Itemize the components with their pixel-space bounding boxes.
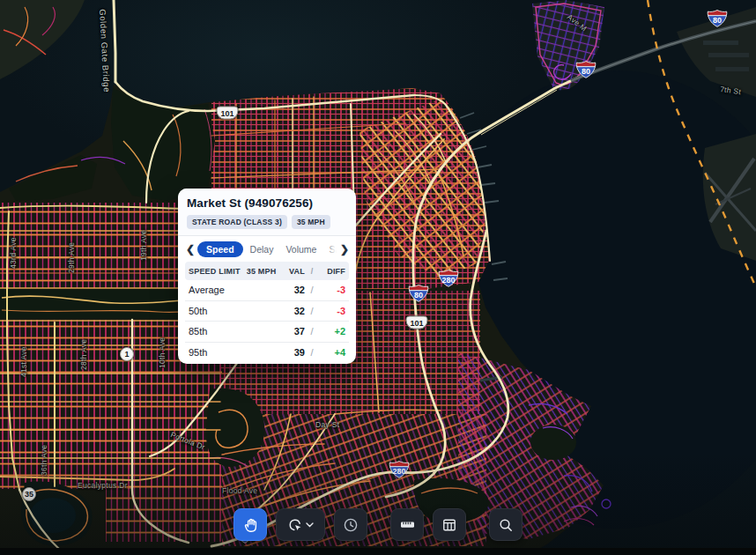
header-limit-value: 35 MPH — [247, 267, 277, 276]
highway-shield-state: 35 — [22, 487, 36, 501]
measure-tool-button[interactable] — [390, 508, 424, 541]
speed-table: SPEED LIMIT 35 MPH VAL / DIFF Average 32… — [178, 262, 356, 363]
time-tool-button[interactable] — [334, 508, 367, 541]
ruler-icon — [399, 516, 416, 533]
header-sep: / — [305, 267, 319, 276]
clock-icon — [343, 517, 359, 533]
popup-tabs: ❮ Speed Delay Volume Safety ❯ — [178, 236, 356, 262]
highway-shield-state: 1 — [120, 347, 134, 361]
table-row: 50th 32 / -3 — [185, 301, 349, 322]
highway-shield-us: 101 — [217, 107, 239, 120]
highway-shield-interstate: 80 — [707, 10, 728, 27]
chevron-down-icon — [306, 522, 314, 528]
select-cursor-icon — [287, 517, 303, 533]
pan-tool-button[interactable] — [233, 508, 267, 541]
table-header: SPEED LIMIT 35 MPH VAL / DIFF — [185, 262, 349, 280]
tabs-prev-button[interactable]: ❮ — [183, 243, 197, 255]
segment-popup: Market St (949076256) STATE ROAD (CLASS … — [178, 189, 356, 364]
highway-shield-interstate: 280 — [438, 270, 459, 287]
highway-shield-interstate: 80 — [408, 285, 429, 302]
table-row: 85th 37 / +2 — [185, 322, 349, 343]
road-class-badge: STATE ROAD (CLASS 3) — [187, 215, 287, 229]
tabs-scroll: Speed Delay Volume Safety — [197, 241, 351, 257]
table-row: Average 32 / -3 — [185, 280, 349, 301]
tab-volume[interactable]: Volume — [280, 241, 322, 257]
header-speed-limit: SPEED LIMIT — [189, 267, 241, 276]
table-icon — [441, 517, 457, 533]
speed-limit-badge: 35 MPH — [292, 215, 330, 229]
highway-shield-interstate: 280 — [389, 461, 410, 478]
popup-title: Market St (949076256) — [187, 196, 347, 210]
tabs-next-button[interactable]: ❯ — [337, 241, 352, 257]
header-val: VAL — [280, 267, 305, 276]
highway-shield-interstate: 80 — [575, 61, 597, 78]
table-view-button[interactable] — [433, 508, 466, 541]
map-viewport: Golden Gate Bridge Ave M 7th St 43rd Ave… — [0, 0, 756, 555]
map-canvas[interactable] — [0, 0, 756, 555]
map-toolbar — [233, 508, 523, 541]
search-icon — [498, 517, 514, 533]
select-tool-button[interactable] — [276, 508, 325, 541]
hand-icon — [242, 516, 259, 533]
popup-header: Market St (949076256) STATE ROAD (CLASS … — [178, 189, 356, 235]
tab-speed[interactable]: Speed — [197, 241, 243, 257]
search-button[interactable] — [489, 508, 523, 541]
highway-shield-us: 101 — [406, 316, 428, 329]
popup-badges: STATE ROAD (CLASS 3) 35 MPH — [187, 215, 347, 229]
header-diff: DIFF — [319, 267, 345, 276]
bottom-bar — [0, 548, 756, 555]
tab-delay[interactable]: Delay — [245, 241, 279, 257]
table-row: 95th 39 / +4 — [185, 343, 349, 364]
